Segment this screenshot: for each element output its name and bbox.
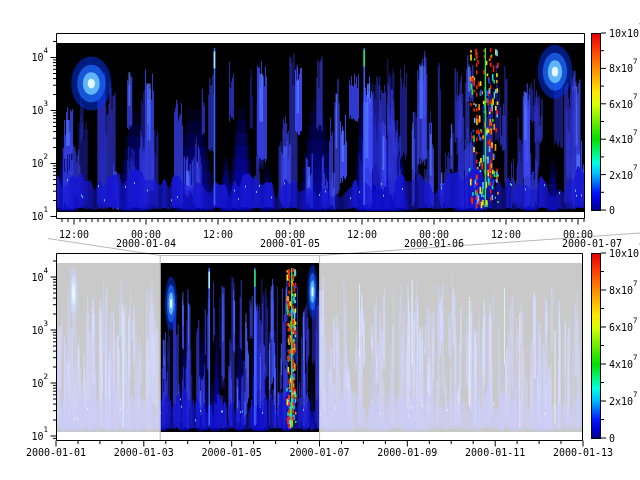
zoom-connector-lines [48,233,640,256]
x-tick-label: 2000-01-13 [553,447,613,458]
x-tick-label: 2000-01-03 [114,447,174,458]
y-tick-label: 103 [31,325,48,336]
colorbar-tick-label: 10x107 [609,28,640,39]
y-tick-label: 102 [31,158,48,169]
colorbar-tick-label: 4x107 [609,359,638,370]
x-tick-label: 2000-01-05 [202,447,262,458]
bottom-heatmap-canvas[interactable] [56,263,583,432]
x-date-label: 2000-01-06 [404,238,464,249]
bottom-colorbar [591,253,601,439]
colorbar-tick-label: 0 [609,433,615,444]
x-tick-label: 00:00 [419,229,449,240]
colorbar-ticks [601,33,606,438]
x-tick-label: 12:00 [491,229,521,240]
x-tick-label: 2000-01-07 [289,447,349,458]
top-heatmap-canvas[interactable] [56,43,585,212]
colorbar-tick-label: 2x107 [609,396,638,407]
x-tick-label: 12:00 [203,229,233,240]
x-date-label: 2000-01-04 [116,238,176,249]
colorbar-tick-label: 6x107 [609,322,638,333]
top-colorbar [591,33,601,211]
x-tick-label: 12:00 [59,229,89,240]
colorbar-tick-label: 4x107 [609,134,638,145]
x-date-label: 2000-01-07 [562,238,622,249]
y-tick-label: 102 [31,378,48,389]
x-tick-label: 00:00 [563,229,593,240]
x-tick-label: 2000-01-09 [377,447,437,458]
spectrogram-figure: 12:0000:0012:0000:0012:0000:0012:0000:00… [0,0,640,480]
x-tick-label: 2000-01-11 [465,447,525,458]
colorbar-tick-label: 6x107 [609,98,638,109]
y-tick-label: 101 [31,211,48,222]
x-tick-label: 12:00 [347,229,377,240]
colorbar-tick-label: 10x107 [609,248,640,259]
colorbar-tick-label: 8x107 [609,285,638,296]
x-date-label: 2000-01-05 [260,238,320,249]
colorbar-tick-label: 2x107 [609,169,638,180]
y-tick-label: 103 [31,105,48,116]
y-tick-label: 104 [31,52,48,63]
y-tick-label: 104 [31,272,48,283]
colorbar-tick-label: 0 [609,205,615,216]
x-tick-label: 2000-01-01 [26,447,86,458]
colorbar-tick-label: 8x107 [609,63,638,74]
y-tick-label: 101 [31,431,48,442]
x-tick-label: 00:00 [275,229,305,240]
x-tick-label: 00:00 [131,229,161,240]
